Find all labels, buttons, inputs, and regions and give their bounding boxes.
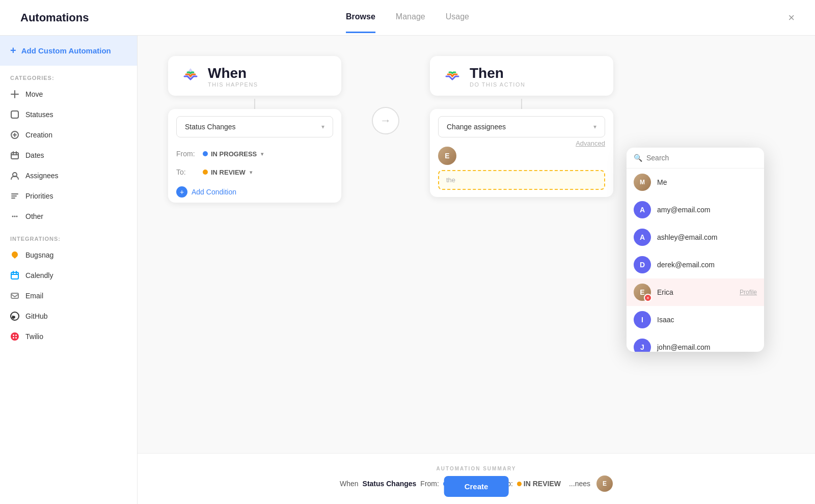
- from-status-dot: [203, 151, 208, 156]
- sidebar-item-calendly-label: Calendly: [25, 271, 53, 279]
- sidebar-item-creation[interactable]: Creation: [0, 125, 137, 145]
- tab-manage[interactable]: Manage: [396, 2, 425, 33]
- svg-point-5: [14, 216, 16, 217]
- to-dot: [517, 482, 522, 486]
- trigger-dropdown[interactable]: Status Changes ▾: [176, 116, 333, 137]
- svg-rect-2: [11, 153, 18, 159]
- when-block-container: When THIS HAPPENS Status Changes ▾: [168, 56, 341, 203]
- chevron-down-icon: ▾: [593, 123, 596, 130]
- close-icon[interactable]: ×: [788, 11, 795, 24]
- then-subtitle: DO THIS ACTION: [470, 81, 525, 88]
- avatar-erica-container: E ×: [634, 284, 651, 301]
- tab-usage[interactable]: Usage: [446, 2, 469, 33]
- user-item-me[interactable]: M Me: [627, 169, 764, 196]
- action-dropdown[interactable]: Change assignees ▾: [438, 116, 605, 137]
- svg-point-4: [12, 216, 14, 217]
- action-dropdown-value: Change assignees: [447, 123, 506, 131]
- sidebar-item-dates[interactable]: Dates: [0, 145, 137, 165]
- when-subtitle: THIS HAPPENS: [208, 81, 258, 88]
- twilio-icon: [10, 332, 19, 341]
- user-item-john[interactable]: J john@email.com: [627, 333, 764, 352]
- connector-top: [254, 99, 255, 109]
- from-status-badge[interactable]: IN PROGRESS ▾: [203, 150, 263, 158]
- sidebar-item-priorities[interactable]: Priorities: [0, 186, 137, 206]
- user-item-derek[interactable]: D derek@email.com: [627, 251, 764, 278]
- sidebar-item-move-label: Move: [25, 90, 43, 98]
- other-icon: [10, 212, 19, 221]
- summary-from-label: From:: [420, 480, 439, 488]
- add-custom-automation-button[interactable]: + Add Custom Automation: [0, 36, 137, 66]
- user-item-ashley[interactable]: A ashley@email.com: [627, 223, 764, 251]
- then-title-group: Then DO THIS ACTION: [470, 65, 525, 88]
- svg-rect-8: [11, 293, 18, 298]
- user-name-amy: amy@email.com: [657, 206, 710, 214]
- when-title-group: When THIS HAPPENS: [208, 65, 258, 88]
- when-condition-card: Status Changes ▾ From: IN PROGRESS ▾: [168, 109, 341, 203]
- plus-icon: +: [176, 186, 187, 198]
- app-title: Automations: [20, 11, 89, 24]
- svg-point-11: [13, 334, 14, 336]
- sidebar-item-assignees-label: Assignees: [25, 172, 59, 180]
- avatar-amy: A: [634, 201, 651, 218]
- assignee-popup: 🔍 M Me A amy@email.com: [627, 148, 764, 352]
- then-logo: [442, 65, 463, 88]
- sidebar-item-statuses[interactable]: Statuses: [0, 104, 137, 125]
- search-input[interactable]: [646, 154, 757, 162]
- sidebar-item-bugsnag[interactable]: Bugsnag: [0, 245, 137, 265]
- avatar-me: M: [634, 174, 651, 191]
- sidebar-item-twilio[interactable]: Twilio: [0, 326, 137, 347]
- from-status-value: IN PROGRESS: [211, 150, 257, 158]
- from-label: From:: [176, 150, 197, 158]
- remove-badge: ×: [644, 294, 652, 302]
- avatar-john: J: [634, 339, 651, 352]
- add-custom-label: Add Custom Automation: [21, 46, 111, 55]
- calendly-icon: [10, 271, 19, 280]
- user-name-erica: Erica: [657, 288, 734, 296]
- avatar-derek: D: [634, 256, 651, 273]
- user-item-erica[interactable]: E × Erica Profile: [627, 278, 764, 306]
- user-item-isaac[interactable]: I Isaac: [627, 306, 764, 333]
- then-block-container: Then DO THIS ACTION Change assignees ▾: [430, 56, 613, 197]
- email-icon: [10, 291, 19, 300]
- tab-browse[interactable]: Browse: [346, 2, 375, 33]
- sidebar-item-twilio-label: Twilio: [25, 332, 43, 341]
- summary-when: When: [340, 480, 359, 488]
- sidebar-item-other[interactable]: Other: [0, 206, 137, 227]
- svg-rect-7: [11, 272, 18, 279]
- then-header-card: Then DO THIS ACTION: [430, 56, 613, 96]
- arrow-connector: →: [372, 107, 399, 134]
- move-icon: [10, 90, 19, 99]
- when-header-card: When THIS HAPPENS: [168, 56, 341, 96]
- sidebar-item-github-label: GitHub: [25, 312, 48, 320]
- then-title: Then: [470, 65, 525, 81]
- avatar-ashley: A: [634, 229, 651, 246]
- hint-box: the: [438, 170, 605, 190]
- profile-link[interactable]: Profile: [740, 289, 757, 296]
- svg-point-13: [13, 337, 14, 339]
- add-condition-button[interactable]: + Add Condition: [168, 181, 341, 203]
- main-canvas: When THIS HAPPENS Status Changes ▾: [138, 36, 815, 504]
- sidebar-item-github[interactable]: GitHub: [0, 306, 137, 326]
- selected-assignee-row: E: [430, 145, 613, 170]
- create-button[interactable]: Create: [444, 476, 509, 497]
- to-status-badge[interactable]: IN REVIEW ▾: [203, 169, 252, 176]
- sidebar-item-bugsnag-label: Bugsnag: [25, 251, 53, 259]
- sidebar-item-assignees[interactable]: Assignees: [0, 165, 137, 186]
- user-name-ashley: ashley@email.com: [657, 233, 717, 241]
- trigger-dropdown-value: Status Changes: [185, 123, 236, 131]
- svg-point-10: [11, 332, 19, 341]
- summary-bar: AUTOMATION SUMMARY When Status Changes F…: [138, 453, 815, 504]
- user-item-amy[interactable]: A amy@email.com: [627, 196, 764, 223]
- sidebar-item-statuses-label: Statuses: [25, 110, 53, 119]
- sidebar-item-email[interactable]: Email: [0, 286, 137, 306]
- user-list: M Me A amy@email.com A ashley@email.com: [627, 169, 764, 352]
- assignee-dropdown: 🔍 M Me A amy@email.com: [627, 148, 764, 352]
- sidebar-item-calendly[interactable]: Calendly: [0, 265, 137, 286]
- sidebar-item-move[interactable]: Move: [0, 84, 137, 104]
- to-label: To:: [176, 168, 197, 176]
- summary-to-status: IN REVIEW: [524, 480, 561, 488]
- main-layout: + Add Custom Automation CATEGORIES: Move…: [0, 36, 815, 504]
- advanced-link[interactable]: Advanced: [576, 139, 605, 147]
- categories-label: CATEGORIES:: [0, 66, 137, 84]
- then-connector-top: [521, 99, 522, 109]
